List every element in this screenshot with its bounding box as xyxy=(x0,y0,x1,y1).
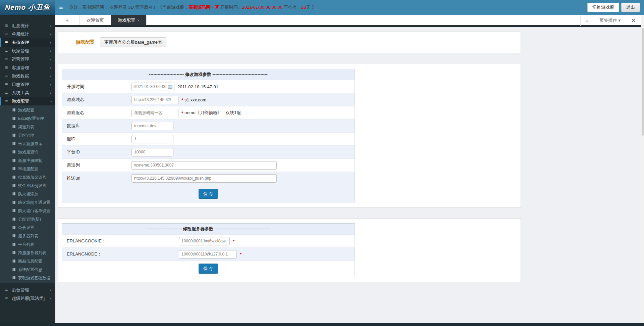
sidebar-subitem-game-server-query[interactable]: 游戏服查询 xyxy=(0,148,55,156)
sidebar-subitem-partition-mgmt-new[interactable]: 分区管理(新) xyxy=(0,215,55,224)
sidebar-item-label: 游戏配置 xyxy=(12,99,29,104)
tab-operations-label: 页签操作 xyxy=(599,15,617,26)
sidebar-subitem-partition-mgmt[interactable]: 分区管理 xyxy=(0,131,55,140)
sidebar-subitem-cross-server-list[interactable]: 跨服服务器列表 xyxy=(0,249,55,257)
erlang-cookie-input[interactable] xyxy=(179,237,230,245)
book-icon xyxy=(12,217,16,221)
tab-operations-dropdown[interactable]: 页签操作 ▾ xyxy=(594,15,626,26)
fullscreen-toggle-icon[interactable] xyxy=(626,15,641,26)
book-icon xyxy=(12,108,16,112)
sidebar-item-single-server-stats[interactable]: ≡单服统计‹ xyxy=(0,30,55,38)
logout-button[interactable]: 退出 xyxy=(621,3,640,12)
sidebar-subitem-guild-settings[interactable]: 公会设置 xyxy=(0,224,55,232)
sidebar-subitem-system-config-info[interactable]: 系统配置信息 xyxy=(0,266,55,274)
book-icon xyxy=(12,158,16,162)
sidebar-item-game-config[interactable]: ≡游戏配置‹ xyxy=(0,97,55,105)
days-count: 23 xyxy=(301,5,306,10)
menu-icon: ≡ xyxy=(5,47,12,55)
open-time-value: 2021-01-30 06:00:00 xyxy=(242,5,283,10)
field-cell xyxy=(128,135,355,143)
app-logo: Nemo 小丑鱼 xyxy=(0,0,55,15)
sidebar-item-customer-service[interactable]: ≡客服管理‹ xyxy=(0,63,55,72)
calendar-icon[interactable] xyxy=(168,85,172,89)
sidebar-subitem-today-new-server[interactable]: 当天新服显示 xyxy=(0,140,55,148)
field-note: nemo《刀剑物语》 - 双线1服 xyxy=(184,110,241,116)
sidebar-item-log-mgmt[interactable]: ≡日志管理‹ xyxy=(0,80,55,89)
menu-icon: ≡ xyxy=(5,294,12,302)
push-url-input[interactable] xyxy=(131,174,277,183)
sidebar-menu: ≡汇总统计‹≡单服统计‹≡充值管理‹≡玩家管理‹≡运营管理‹≡客服管理‹≡游戏数… xyxy=(0,15,55,323)
sidebar-item-player-mgmt[interactable]: ≡玩家管理‹ xyxy=(0,47,55,55)
server-params-panel: ------------------------ 修改服务器参数 -------… xyxy=(58,218,521,282)
field-cell: *s1.xxx.com xyxy=(128,96,355,104)
sidebar-subitem-bonus-pool-ratio[interactable]: 奖金池比例设置 xyxy=(0,182,55,190)
tab-game-config[interactable]: 游戏配置× xyxy=(111,15,147,25)
menu-icon: ≡ xyxy=(5,38,12,47)
sidebar-item-system-tools[interactable]: ≡系统工具‹ xyxy=(0,89,55,97)
sidebar-item-label: 汇总统计 xyxy=(12,23,29,28)
save-button[interactable]: 保 存 xyxy=(199,264,218,274)
chevron-left-icon: ‹ xyxy=(50,21,51,30)
sidebar-subitem-game-config-sub[interactable]: 游戏配置 xyxy=(0,106,55,114)
sidebar-item-label: 单服统计 xyxy=(12,32,29,37)
sidebar-item-label: 玩家管理 xyxy=(12,48,29,53)
sidebar-item-game-data[interactable]: ≡游戏数据‹ xyxy=(0,72,55,80)
field-note: 2011-02-18-15-47-01 xyxy=(177,84,218,89)
tab-home[interactable]: 欢迎首页 xyxy=(80,15,111,25)
sidebar-subitem-goods-info-config[interactable]: 商品信息配置 xyxy=(0,257,55,266)
book-icon xyxy=(12,142,16,145)
sidebar-subitem-server-list[interactable]: 服务器列表 xyxy=(0,232,55,240)
book-icon xyxy=(12,209,16,213)
book-icon xyxy=(12,242,16,246)
field-label: 开服时间: xyxy=(62,84,128,90)
chevron-left-icon: ‹ xyxy=(50,80,51,89)
tab-close-icon[interactable]: × xyxy=(137,18,140,23)
tabs-scroll-left-icon[interactable]: « xyxy=(55,15,80,25)
sidebar-subitem-excel-config[interactable]: Excel配置管理 xyxy=(0,114,55,123)
update-guild-table-button[interactable]: 更新所有公会服base_game表 xyxy=(100,37,166,47)
sidebar-item-label: 后台管理 xyxy=(12,287,29,292)
sidebar-subitem-batch-add-channel[interactable]: 批量添加渠道号 xyxy=(0,173,55,182)
field-cell xyxy=(128,148,355,156)
chevron-left-icon: ‹ xyxy=(50,72,51,80)
sidebar-item-recharge-mgmt[interactable]: ≡充值管理‹ xyxy=(0,38,55,47)
field-cell xyxy=(128,161,355,170)
save-button[interactable]: 保 存 xyxy=(199,189,218,199)
book-icon xyxy=(12,251,16,254)
sidebar-subitem-new-server-reg-limit[interactable]: 新服注册限制 xyxy=(0,156,55,165)
sidebar-item-backend-mgmt[interactable]: ≡后台管理‹ xyxy=(0,286,55,294)
sidebar-subitem-firewall-interlink[interactable]: 防火墙间互通设置 xyxy=(0,198,55,207)
erlang-node-input[interactable] xyxy=(179,250,237,259)
sidebar-item-operation-mgmt[interactable]: ≡运营管理‹ xyxy=(0,55,55,63)
sidebar-subitem-channel-list[interactable]: 渠道列表 xyxy=(0,123,55,131)
tabs-scroll-right-icon[interactable]: » xyxy=(580,15,594,26)
database-input[interactable] xyxy=(131,122,173,130)
sidebar-subitem-firewall-whitelist[interactable]: 防火墙白名单设置 xyxy=(0,207,55,215)
chevron-left-icon: ‹ xyxy=(50,286,51,294)
channel-list-input[interactable] xyxy=(131,161,277,170)
page-scrollbar[interactable] xyxy=(641,15,644,323)
sidebar-subitem-label: 获取游戏基础数据 xyxy=(18,276,50,280)
menu-icon: ≡ xyxy=(5,21,12,30)
game-server-name-input[interactable] xyxy=(131,109,178,117)
hamburger-icon[interactable]: ≡ xyxy=(59,0,63,15)
save-row: 保 存 xyxy=(62,261,355,276)
sidebar-item-super-cross-server[interactable]: ≡超级跨服[玩法类]‹ xyxy=(0,294,55,302)
sidebar-subitem-audit-server-config[interactable]: 审核服配置 xyxy=(0,165,55,173)
menu-icon: ≡ xyxy=(5,55,12,63)
book-icon xyxy=(12,167,16,171)
game-params-form: ------------------------ 修改游戏参数 --------… xyxy=(62,69,355,202)
sidebar-subitem-get-game-base-data[interactable]: 获取游戏基础数据 xyxy=(0,274,55,282)
book-icon xyxy=(12,259,16,263)
scrollbar-thumb[interactable] xyxy=(642,28,644,136)
sidebar-subitem-platform-list[interactable]: 平台列表 xyxy=(0,240,55,249)
field-cell: * xyxy=(175,237,355,245)
chevron-left-icon: ‹ xyxy=(50,89,51,97)
game-domain-input[interactable] xyxy=(131,96,178,104)
server-id-input[interactable] xyxy=(131,135,173,143)
platform-id-input[interactable] xyxy=(131,148,173,156)
sidebar-item-summary-stats[interactable]: ≡汇总统计‹ xyxy=(0,21,55,30)
switch-server-button[interactable]: 切换游戏服 xyxy=(587,3,619,12)
sidebar-subitem-firewall-add[interactable]: 防火墙添加 xyxy=(0,190,55,198)
form-row-server-id: 服ID xyxy=(62,132,355,145)
